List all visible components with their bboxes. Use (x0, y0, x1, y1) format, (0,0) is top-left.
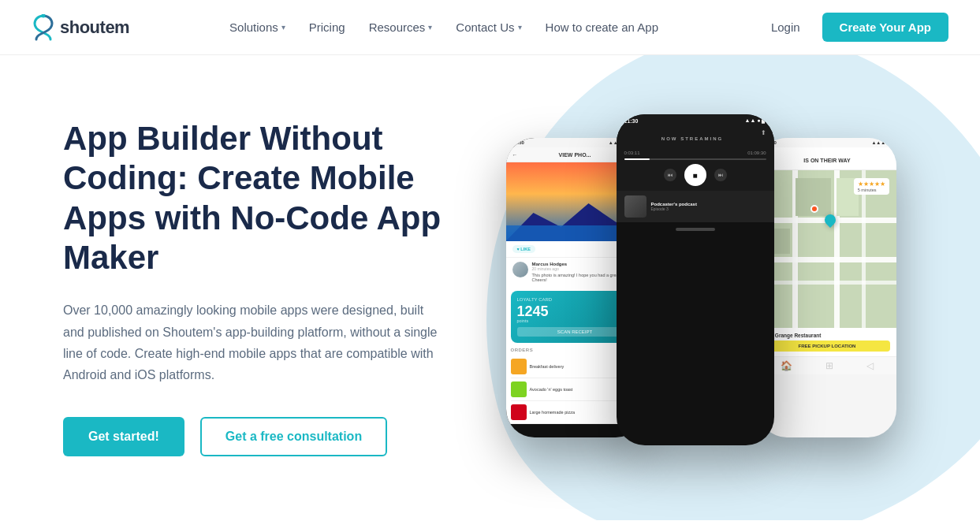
hero-phones: 11:30 ▲▲▲ ● WiFi ← VIEW PHO... ⋯ (489, 91, 917, 485)
navbar-left: shoutem (32, 14, 129, 41)
podcast-info: Podcaster's podcast Episode 3 (651, 202, 766, 211)
map-stars: ★★★★★ (858, 180, 885, 188)
loyalty-card-label: LOYALTY CARD (517, 297, 633, 302)
hero-title: App Builder Without Coding: Create Mobil… (63, 119, 489, 278)
phone-map: 11:30 ▲▲▲ ● IS ON THEIR WAY (758, 138, 896, 437)
navbar: shoutem Solutions ▾ Pricing Resources ▾ … (0, 0, 980, 55)
nav-resources[interactable]: Resources ▾ (360, 14, 442, 40)
streaming-label: NOW STREAMING (661, 136, 723, 141)
nav-howto[interactable]: How to create an App (536, 14, 668, 40)
pickup-location-btn[interactable]: FREE PICKUP LOCATION (765, 341, 890, 352)
nav-contact[interactable]: Contact Us ▾ (446, 14, 531, 40)
chevron-down-icon: ▾ (518, 23, 522, 32)
svg-point-0 (42, 14, 46, 18)
view-photo-label: VIEW PHO... (559, 152, 591, 158)
hero-section: App Builder Without Coding: Create Mobil… (0, 55, 980, 520)
get-started-button[interactable]: Get started! (63, 417, 184, 456)
like-button[interactable]: ♥ LIKE (512, 245, 535, 253)
phone-streaming: 11:30 ▲▲ ● ▊ NOW STREAMING ⬆ (617, 114, 774, 445)
navbar-center: Solutions ▾ Pricing Resources ▾ Contact … (129, 14, 758, 40)
hero-content: App Builder Without Coding: Create Mobil… (63, 119, 489, 456)
shoutem-logo-icon (32, 14, 55, 41)
logo-text: shoutem (60, 17, 129, 38)
free-consultation-button[interactable]: Get a free consultation (200, 417, 387, 456)
loyalty-points: 1245 (517, 304, 633, 318)
avatar (512, 262, 528, 277)
nav-solutions[interactable]: Solutions ▾ (220, 14, 295, 40)
playback-controls: ⏮ ■ ⏭ (624, 164, 766, 186)
status-icons: ▲▲ ● ▊ (745, 117, 766, 124)
nav-pricing[interactable]: Pricing (300, 14, 355, 40)
chevron-down-icon: ▾ (281, 23, 285, 32)
stop-button[interactable]: ■ (684, 164, 706, 186)
map-view: ★★★★★ 5 minutes (758, 170, 896, 328)
navbar-right: Login Create Your App (758, 13, 948, 42)
logo[interactable]: shoutem (32, 14, 129, 41)
hero-description: Over 10,000 amazingly looking mobile app… (63, 300, 442, 385)
audio-controls-bar: 0:03:11 01:09:30 ⏮ ■ ⏭ (617, 146, 774, 191)
hero-buttons: Get started! Get a free consultation (63, 417, 489, 456)
map-place-name: The Grange Restaurant (765, 333, 890, 338)
chevron-down-icon: ▾ (428, 23, 432, 32)
audio-time: 0:03:11 01:09:30 (624, 151, 766, 155)
phone-wrapper: 11:30 ▲▲▲ ● WiFi ← VIEW PHO... ⋯ (506, 99, 900, 477)
status-time: 11:30 (624, 118, 639, 124)
login-button[interactable]: Login (758, 14, 813, 40)
scan-receipt-btn[interactable]: SCAN RECEIPT (517, 327, 633, 337)
map-header: IS ON THEIR WAY (803, 158, 850, 163)
rewind-button[interactable]: ⏮ (664, 169, 676, 181)
create-app-button[interactable]: Create Your App (822, 13, 948, 42)
map-info-card: The Grange Restaurant FREE PICKUP LOCATI… (758, 328, 896, 356)
podcast-episode: Episode 3 (651, 207, 766, 211)
fast-forward-button[interactable]: ⏭ (714, 169, 727, 181)
podcast-thumbnail (624, 195, 647, 218)
podcast-info-row: Podcaster's podcast Episode 3 (617, 191, 774, 222)
